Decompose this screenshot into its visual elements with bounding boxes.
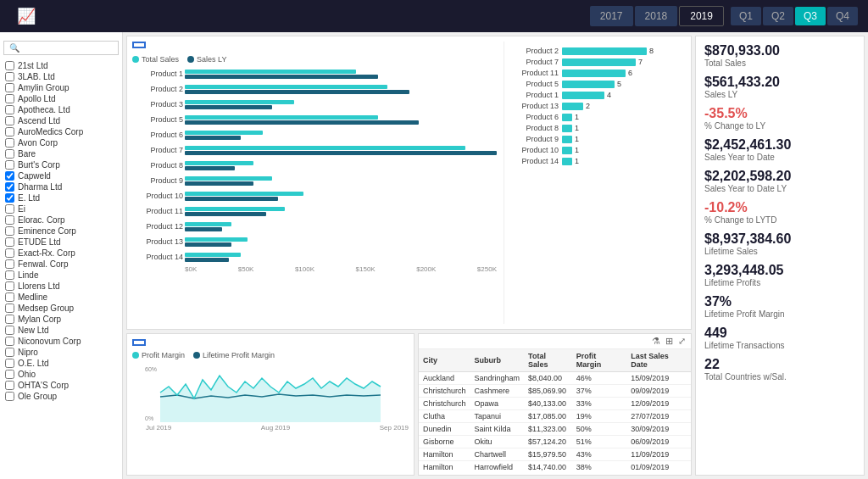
col-suburb: Suburb [470,349,525,372]
sidebar-checkbox[interactable] [5,248,14,258]
trans-bar [562,114,572,121]
sidebar-checkbox[interactable] [5,171,14,181]
sidebar-checkbox[interactable] [5,304,14,313]
sidebar-checkbox[interactable] [5,281,14,291]
sidebar-checkbox[interactable] [5,72,14,81]
col-profit-margin: Profit Margin [572,349,626,372]
sidebar-checkbox[interactable] [5,359,14,368]
table-row[interactable]: GisborneOkitu$57,124.2051%06/09/2019 [419,436,691,448]
sidebar-checkbox[interactable] [5,348,14,357]
bar-chart-axis: $0K $50K $100K $150K $200K $250K [132,265,497,273]
sidebar-checkbox[interactable] [5,127,14,136]
sidebar-checkbox[interactable] [5,326,14,335]
legend-total-sales-label: Total Sales [142,55,179,64]
bar-total [185,100,294,104]
sidebar-item: Fenwal. Corp [3,259,119,270]
sidebar-checkbox[interactable] [5,94,14,103]
sidebar-checkbox[interactable] [5,337,14,346]
axis-50k: $50K [238,265,254,273]
axis-100k: $100K [295,265,314,273]
bar-product-label: Product 3 [132,100,183,109]
cell-suburb: Tapanui [470,410,525,423]
trans-product-label: Product 2 [511,47,562,55]
table-header-row: City Suburb Total Sales Profit Margin La… [419,349,691,372]
sidebar-checkbox[interactable] [5,381,14,390]
sidebar-item-label: New Ltd [18,326,49,335]
year-tab-2018[interactable]: 2018 [635,6,678,26]
table-row[interactable]: DunedinSaint Kilda$11,323.0050%30/09/201… [419,423,691,436]
sidebar-item: Eminence Corp [3,226,119,237]
sidebar-item-label: 21st Ltd [18,61,48,70]
table-row[interactable]: ChristchurchCashmere$85,069.9037%09/09/2… [419,385,691,398]
expand-icon[interactable]: ⤢ [678,336,686,347]
sidebar-item: Capweld [3,170,119,181]
quarter-tab-q4[interactable]: Q4 [827,7,858,25]
bar-ly [185,242,231,247]
bar-product-label: Product 5 [132,115,183,124]
cell-total_sales: $40,133.00 [524,398,572,410]
bar-chart-row: Product 13 [185,235,497,248]
table-row[interactable]: HamiltonHarrowfield$14,740.0038%01/09/20… [419,461,691,472]
sidebar-checkbox[interactable] [5,370,14,379]
table-row[interactable]: HamiltonChartwell$15,979.5043%11/09/2019 [419,448,691,461]
trans-count: 1 [575,157,579,165]
trans-row: Product 101 [511,146,686,154]
year-tab-2017[interactable]: 2017 [590,6,633,26]
sidebar-checkbox[interactable] [5,182,14,192]
sidebar-checkbox[interactable] [5,83,14,92]
sidebar-checkbox[interactable] [5,392,14,401]
quarter-tab-q2[interactable]: Q2 [763,7,793,25]
sidebar-item: Amylin Group [3,82,119,93]
sidebar-checkbox[interactable] [5,215,14,225]
bar-group [185,85,497,94]
grid-icon[interactable]: ⊞ [665,336,673,347]
trans-product-label: Product 13 [511,102,562,110]
transactions-panel: Product 28Product 77Product 116Product 5… [504,42,686,324]
sidebar-item-label: Exact-Rx. Corp [18,248,75,258]
col-last-sales-date: Last Sales Date [626,349,691,372]
sidebar-checkbox[interactable] [5,270,14,280]
trans-row: Product 28 [511,47,686,55]
sidebar-checkbox[interactable] [5,226,14,236]
bar-total [185,161,253,165]
trans-count: 2 [586,102,590,110]
table-row[interactable]: AucklandSandringham$8,040.0046%15/09/201… [419,372,691,385]
search-box[interactable]: 🔍 [3,41,119,55]
trans-bar [562,136,572,143]
sidebar-item: OHTA'S Corp [3,380,119,391]
metric-value: $561,433.20 [704,75,855,90]
metric-item: 37%Lifetime Profit Margin [704,294,855,319]
metric-value: 37% [704,294,855,309]
sidebar-checkbox[interactable] [5,315,14,324]
sidebar-checkbox[interactable] [5,149,14,159]
sidebar-checkbox[interactable] [5,259,14,269]
year-tab-2019[interactable]: 2019 [679,6,724,26]
metric-item: -10.2%% Change to LYTD [704,200,855,225]
cell-city: Dunedin [419,423,470,436]
legend-sales-ly: Sales LY [187,55,226,64]
filter-icon[interactable]: ⚗ [652,336,660,347]
bar-total [185,131,263,135]
table-row[interactable]: ChristchurchOpawa$40,133.0033%12/09/2019 [419,398,691,410]
sidebar-checkbox[interactable] [5,237,14,247]
main-bar-chart: Total Sales Sales LY Product 1Product 2P… [132,42,497,324]
sidebar-checkbox[interactable] [5,292,14,302]
sidebar-checkbox[interactable] [5,193,14,203]
cell-last_sales_date: 27/07/2019 [626,410,691,423]
sidebar-checkbox[interactable] [5,105,14,114]
table-row[interactable]: CluthaTapanui$17,085.0019%27/07/2019 [419,410,691,423]
quarter-tab-q3[interactable]: Q3 [795,7,826,25]
sidebar-checkbox[interactable] [5,116,14,125]
bar-chart-rows: Product 1Product 2Product 3Product 5Prod… [132,67,497,264]
cell-last_sales_date: 06/09/2019 [626,436,691,448]
bar-ly [185,258,229,262]
sidebar-checkbox[interactable] [5,204,14,214]
trans-count: 1 [575,146,579,154]
sidebar-checkbox[interactable] [5,61,14,70]
metrics-container: $870,933.00Total Sales$561,433.20Sales L… [704,43,855,382]
sidebar-checkbox[interactable] [5,160,14,170]
sidebar-item: Ole Group [3,391,119,402]
sidebar-checkbox[interactable] [5,138,14,148]
quarter-tab-q1[interactable]: Q1 [731,7,761,25]
app-container: 📈 2017 2018 2019 Q1 Q2 Q3 Q4 🔍 21st Ltd3… [0,0,868,479]
